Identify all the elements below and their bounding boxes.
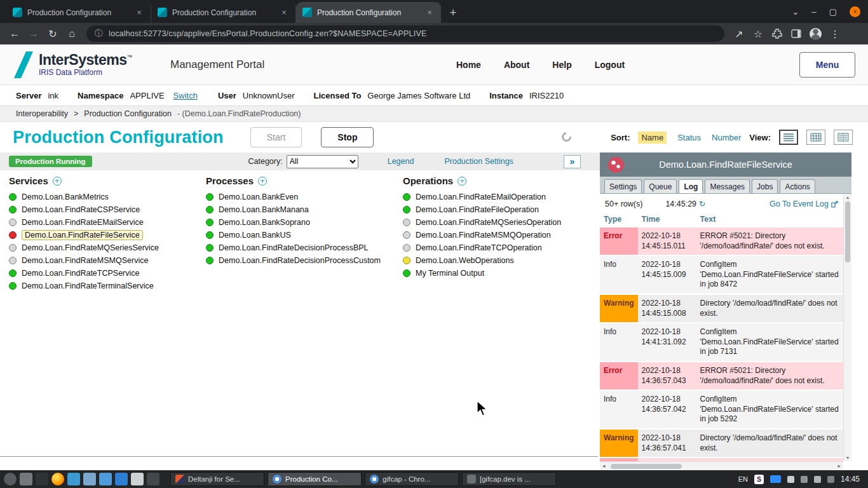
portal-nav-link[interactable]: Help <box>552 60 571 70</box>
expand-panel-button[interactable]: » <box>564 155 581 168</box>
operation-item[interactable]: Demo.Loan.FindRateTCPOperation <box>403 241 600 254</box>
extensions-icon[interactable] <box>769 29 785 39</box>
browser-tab[interactable]: Production Configuration × <box>151 2 296 23</box>
taskbar-window-button[interactable]: Production Co... <box>268 472 362 486</box>
operation-item[interactable]: Demo.Loan.FindRateMQSeriesOperation <box>403 216 600 229</box>
maximize-button[interactable]: ▢ <box>829 7 837 17</box>
file-manager-icon[interactable] <box>20 473 32 485</box>
bookmark-star-icon[interactable]: ☆ <box>750 28 766 40</box>
scroll-down-icon[interactable]: ▾ <box>844 455 851 461</box>
horizontal-scroll-thumb[interactable] <box>611 464 682 469</box>
taskbar-window-button[interactable]: gifcap - Chro... <box>365 472 459 486</box>
go-to-event-log-link[interactable]: Go To Event Log <box>770 200 838 208</box>
slack-tray-icon[interactable]: S <box>754 475 764 484</box>
detail-tab[interactable]: Settings <box>604 179 642 193</box>
terminal-icon[interactable] <box>36 473 48 485</box>
side-panel-icon[interactable] <box>788 29 804 38</box>
code-editor-icon[interactable] <box>115 473 128 485</box>
taskbar-window-button[interactable]: [gifcap.dev is ... <box>462 472 556 486</box>
process-item[interactable]: Demo.Loan.BankManana <box>206 203 403 216</box>
vertical-scrollbar[interactable]: ▴ ▾ <box>843 194 851 461</box>
process-item[interactable]: Demo.Loan.BankSoprano <box>206 216 403 229</box>
detail-tab[interactable]: Messages <box>705 179 750 193</box>
browser-menu-icon[interactable]: ⋮ <box>827 28 843 40</box>
app-menu-icon[interactable] <box>4 473 17 485</box>
network-tray-icon[interactable] <box>801 476 808 483</box>
portal-nav-link[interactable]: Home <box>456 60 481 70</box>
volume-tray-icon[interactable] <box>814 476 821 483</box>
new-tab-button[interactable]: + <box>444 4 463 22</box>
portal-nav-link[interactable]: Logout <box>595 60 625 70</box>
sort-option[interactable]: Number <box>712 133 741 142</box>
tab-close-icon[interactable]: × <box>279 8 289 18</box>
power-tray-icon[interactable] <box>827 476 834 483</box>
category-select[interactable]: All <box>287 155 358 168</box>
legend-link[interactable]: Legend <box>388 157 414 166</box>
keyboard-layout-indicator[interactable]: EN <box>738 475 748 483</box>
breadcrumb-production-configuration[interactable]: Production Configuration <box>84 109 172 118</box>
refresh-icon[interactable]: ↻ <box>699 200 705 208</box>
production-settings-link[interactable]: Production Settings <box>444 157 513 166</box>
service-item[interactable]: Demo.Loan.FindRateFileService <box>9 229 206 241</box>
documents-icon[interactable] <box>99 473 112 485</box>
close-window-button[interactable]: × <box>850 6 860 17</box>
tab-close-icon[interactable]: × <box>134 8 144 18</box>
service-item[interactable]: Demo.Loan.FindRateTCPService <box>9 267 206 280</box>
operation-item[interactable]: Demo.Loan.WebOperations <box>403 254 600 267</box>
tab-close-icon[interactable]: × <box>424 8 435 18</box>
profile-avatar[interactable] <box>810 28 822 40</box>
switch-link[interactable]: Switch <box>173 91 198 100</box>
stop-button[interactable]: Stop <box>321 127 374 147</box>
firefox-icon[interactable] <box>51 473 64 485</box>
horizontal-scrollbar[interactable]: ◂ ▸ <box>600 461 843 470</box>
menu-button[interactable]: Menu <box>799 52 855 78</box>
sort-option[interactable]: Status <box>677 133 701 142</box>
service-item[interactable]: Demo.Loan.FindRateEMailService <box>9 216 206 229</box>
view-list-icon[interactable] <box>779 130 798 145</box>
service-item[interactable]: Demo.Loan.FindRateMQSeriesService <box>9 241 206 254</box>
operation-item[interactable]: Demo.Loan.FindRateMSMQOperation <box>403 229 600 241</box>
display-tray-icon[interactable] <box>787 476 794 483</box>
service-item[interactable]: Demo.Loan.FindRateMSMQService <box>9 254 206 267</box>
mail-icon[interactable] <box>67 473 80 485</box>
vertical-scroll-thumb[interactable] <box>845 201 850 262</box>
start-button[interactable]: Start <box>250 127 302 147</box>
portal-nav-link[interactable]: About <box>504 60 529 70</box>
address-bar[interactable]: ⓘ localhost:52773/csp/applive/EnsPortal.… <box>86 25 724 42</box>
view-grid-icon[interactable] <box>806 130 825 145</box>
browser-tab[interactable]: Production Configuration × <box>296 2 441 23</box>
browser-tab[interactable]: Production Configuration × <box>6 2 151 23</box>
process-item[interactable]: Demo.Loan.FindRateDecisionProcessBPL <box>206 241 403 254</box>
screen-record-tray-icon[interactable] <box>770 475 781 483</box>
reload-button[interactable]: ↻ <box>44 28 61 40</box>
taskbar-window-button[interactable]: Deltanji for Se... <box>170 472 264 486</box>
operation-item[interactable]: Demo.Loan.FindRateFileOperation <box>403 203 600 216</box>
text-editor-icon[interactable] <box>131 473 144 485</box>
add-operation-icon[interactable]: + <box>458 177 466 186</box>
back-button[interactable]: ← <box>6 28 23 39</box>
detail-tab[interactable]: Log <box>679 179 703 193</box>
forward-button[interactable]: → <box>25 28 42 39</box>
service-item[interactable]: Demo.Loan.BankMetrics <box>9 191 206 203</box>
minimize-button[interactable]: – <box>811 7 816 17</box>
add-service-icon[interactable]: + <box>53 177 62 186</box>
site-info-icon[interactable]: ⓘ <box>95 28 103 39</box>
scroll-up-icon[interactable]: ▴ <box>844 194 851 200</box>
detail-tab[interactable]: Actions <box>780 179 815 193</box>
share-icon[interactable]: ↗ <box>731 28 747 40</box>
operation-item[interactable]: Demo.Loan.FindRateEMailOperation <box>403 191 600 203</box>
service-item[interactable]: Demo.Loan.FindRateTerminalService <box>9 280 206 292</box>
process-item[interactable]: Demo.Loan.BankUS <box>206 229 403 241</box>
scroll-left-icon[interactable]: ◂ <box>602 463 606 469</box>
process-item[interactable]: Demo.Loan.BankEven <box>206 191 403 203</box>
home-button[interactable]: ⌂ <box>64 28 80 39</box>
detail-tab[interactable]: Queue <box>644 179 677 193</box>
folder-icon[interactable] <box>83 473 96 485</box>
scroll-right-icon[interactable]: ▸ <box>837 463 841 469</box>
detail-tab[interactable]: Jobs <box>752 179 778 193</box>
add-process-icon[interactable]: + <box>258 177 267 186</box>
operation-item[interactable]: My Terminal Output <box>403 267 600 280</box>
service-item[interactable]: Demo.Loan.FindRateCSPService <box>9 203 206 216</box>
sort-option[interactable]: Name <box>638 132 667 144</box>
tab-search-chevron-icon[interactable]: ⌄ <box>792 7 799 17</box>
